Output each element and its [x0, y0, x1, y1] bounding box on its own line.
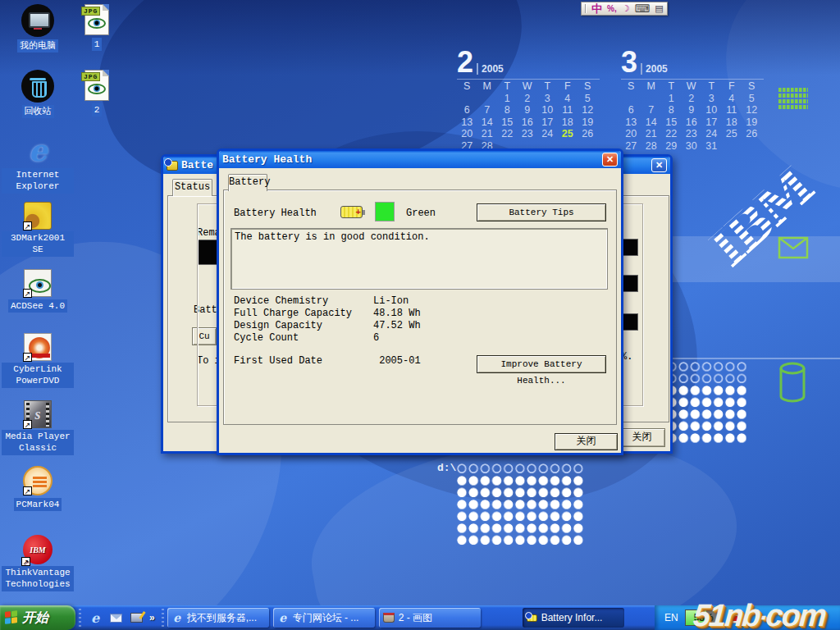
calendar-day: 26 — [578, 128, 598, 140]
calendar-day: 10 — [537, 104, 558, 116]
quicklaunch-show-desktop-icon[interactable] — [129, 610, 144, 625]
calendar-day-grid: 1234567891011121314151617181920212223242… — [457, 93, 600, 153]
ime-language-bar[interactable]: 中 %, ☽ ⌨ ▤ — [581, 2, 668, 16]
calendar-day: 12 — [578, 104, 598, 116]
calendar-separator — [457, 79, 600, 80]
calendar-day: 25 — [722, 128, 742, 140]
info-value: 6 — [373, 332, 379, 344]
calendar-day: 23 — [518, 128, 538, 140]
calendar-day: 5 — [578, 93, 598, 105]
info-label: Design Capacity — [234, 320, 373, 331]
calendar-day: 6 — [457, 104, 477, 116]
calendar-weekday: M — [641, 80, 662, 93]
battery-gauge — [622, 239, 638, 256]
taskbar-task[interactable]: 2 - 画图 — [379, 608, 481, 628]
desktop-icon-thinkvantage[interactable]: IBM↗ThinkVantage Technologies — [0, 535, 75, 591]
taskbar-divider[interactable] — [162, 609, 164, 627]
calendar-day: 10 — [701, 104, 722, 116]
ie-icon: e — [21, 134, 54, 167]
calendar-day: 16 — [518, 116, 538, 129]
quicklaunch-overflow-chevron[interactable]: » — [149, 612, 155, 623]
desktop-icon-label: 我的电脑 — [17, 39, 58, 52]
taskbar-divider[interactable] — [79, 609, 81, 627]
quicklaunch-mail-icon[interactable] — [108, 610, 123, 625]
desktop-icon-ie[interactable]: eInternet Explorer — [0, 134, 75, 194]
ime-toolbar-icon[interactable]: ▤ — [655, 3, 663, 14]
desktop-icon-label: Internet Explorer — [2, 168, 74, 194]
calendar-month: 3 — [621, 48, 637, 76]
quicklaunch-ie-icon[interactable]: e — [88, 610, 103, 625]
tab-status[interactable]: Status — [172, 179, 212, 196]
battery-health-dialog[interactable]: Battery Health ✕ Battery Battery Health … — [217, 148, 623, 455]
battery-gauge — [622, 275, 638, 292]
calendar-weekday: S — [742, 80, 762, 93]
bgwin-close-button[interactable]: 关闭 — [619, 428, 665, 447]
pcmark-icon: ↗ — [23, 466, 52, 495]
dialog-titlebar[interactable]: Battery Health ✕ — [219, 151, 621, 168]
bgwin-close-icon[interactable]: ✕ — [651, 158, 667, 172]
tab-battery[interactable]: Battery — [228, 174, 267, 191]
desktop-icon-3dmark[interactable]: ↗3DMark2001 SE — [0, 202, 75, 257]
drive-label: d:\ — [437, 462, 456, 474]
jpg-file-icon: JPG — [84, 4, 109, 35]
calendar-day: 5 — [742, 93, 762, 105]
desktop-icon-my-computer[interactable]: 我的电脑 — [0, 4, 75, 52]
dot-pattern — [456, 463, 585, 475]
desktop-icon-label: 1 — [92, 38, 103, 51]
ime-punctuation-icon[interactable]: ☽ — [622, 3, 630, 14]
battery-info-app-icon — [167, 161, 178, 171]
envelope-icon — [778, 236, 809, 259]
calendar-year: 2005 — [477, 63, 504, 75]
calendar-weekday: F — [558, 80, 578, 93]
ime-chinese-mode-icon[interactable]: 中 — [591, 2, 602, 15]
calendar-day — [457, 93, 477, 105]
ie-icon: e — [277, 611, 289, 624]
desktop-icon-recycle-bin[interactable]: 回收站 — [0, 70, 75, 118]
desktop-icon-pcmark[interactable]: ↗PCMark04 — [0, 466, 75, 511]
ime-keyboard-icon[interactable]: ⌨ — [635, 2, 651, 15]
calendar-day: 18 — [722, 116, 742, 129]
dialog-close-button[interactable]: 关闭 — [555, 433, 618, 450]
start-button[interactable]: 开始 — [0, 605, 75, 630]
language-indicator[interactable]: EN — [664, 612, 678, 623]
calendar-day — [722, 140, 742, 153]
eye-icon — [88, 18, 106, 29]
desktop-icon-mpc[interactable]: s↗Media Player Classic — [0, 400, 75, 455]
calendar-day: 18 — [558, 116, 578, 129]
info-label: Cycle Count — [234, 332, 373, 344]
green-grid-icon — [778, 88, 808, 111]
calendar-day: 26 — [742, 128, 762, 140]
desktop-file-2[interactable]: JPG2 — [75, 70, 118, 116]
calendar-weekday: M — [477, 80, 498, 93]
taskbar-task[interactable]: e专门网论坛 - ... — [273, 608, 375, 628]
desktop-icon-acdsee[interactable]: ↗ACDSee 4.0 — [0, 269, 75, 313]
calendar-february: 2 2005 SMTWTFS 1234567891011121314151617… — [457, 47, 600, 152]
ime-halfwidth-icon[interactable]: %, — [607, 4, 617, 13]
battery-icon — [527, 614, 537, 622]
calendar-day: 28 — [641, 140, 662, 153]
calendar-weekday: F — [722, 80, 742, 93]
acdsee-icon: ↗ — [24, 269, 52, 297]
dot-pattern — [666, 361, 746, 385]
taskbar-task[interactable]: e找不到服务器,... — [167, 608, 269, 628]
improve-battery-health-button[interactable]: Improve Battery Health... — [477, 355, 606, 373]
ime-drag-handle[interactable] — [585, 4, 587, 13]
desktop-file-1[interactable]: JPG1 — [75, 4, 118, 51]
info-row: Device ChemistryLi-Ion — [234, 295, 603, 308]
shortcut-arrow-icon: ↗ — [23, 486, 32, 495]
calendar-day: 15 — [497, 116, 518, 129]
desktop-icon-powerdvd[interactable]: ↗CyberLink PowerDVD — [0, 333, 75, 388]
ie-icon: e — [171, 611, 183, 624]
calendar-day: 17 — [537, 116, 558, 129]
calendar-day: 17 — [701, 116, 722, 129]
taskbar-task[interactable]: Battery Infor... — [523, 608, 624, 628]
calendar-day: 27 — [621, 140, 641, 153]
battery-tips-button[interactable]: Battery Tips — [477, 203, 606, 221]
dialog-close-icon[interactable]: ✕ — [602, 153, 618, 167]
desktop-icon-label: 2 — [92, 103, 103, 116]
calendar-day: 8 — [661, 104, 682, 116]
shortcut-arrow-icon: ↗ — [23, 353, 32, 362]
jpg-badge: JPG — [81, 72, 100, 81]
calendar-day: 25 — [558, 128, 578, 140]
mpc-icon: s↗ — [24, 400, 52, 428]
